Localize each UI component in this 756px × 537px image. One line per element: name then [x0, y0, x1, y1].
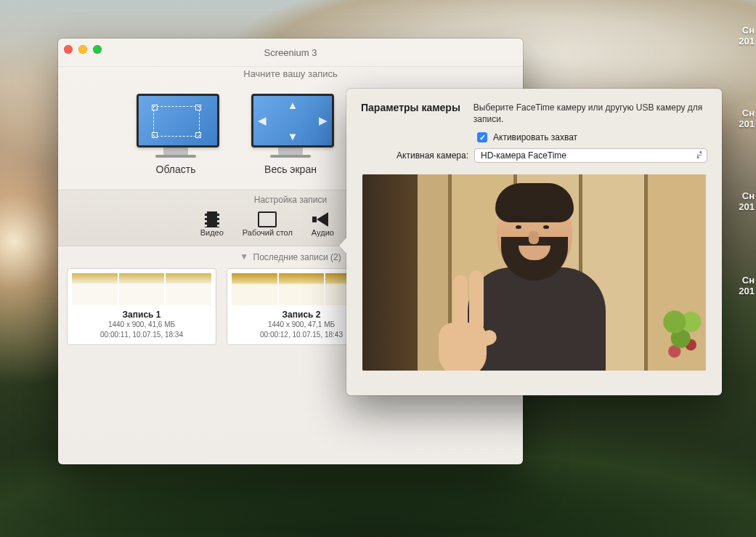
- recording-meta: 1440 x 900, 41,6 МБ: [72, 320, 211, 330]
- recording-meta: 00:00:11, 10.07.15, 18:34: [72, 330, 211, 340]
- recent-header-label: Последние записи (2): [253, 252, 341, 262]
- camera-preview: [362, 174, 706, 371]
- tab-desktop[interactable]: Рабочий стол: [240, 209, 296, 238]
- window-subtitle: Начните вашу запись: [58, 68, 523, 79]
- plant-icon: [662, 302, 703, 368]
- person-figure: [426, 180, 643, 369]
- desktop-icon: [258, 211, 277, 228]
- minimize-icon[interactable]: [78, 45, 87, 54]
- zoom-icon[interactable]: [93, 45, 102, 54]
- activate-capture-checkbox[interactable]: ✓: [477, 132, 487, 142]
- tab-video[interactable]: Видео: [198, 209, 227, 238]
- desktop-file-label: Сн201: [739, 190, 756, 212]
- disclosure-triangle-icon: ▼: [240, 251, 248, 262]
- film-icon: [203, 211, 221, 228]
- monitor-icon: [137, 94, 215, 158]
- mode-area-label: Область: [156, 163, 196, 175]
- tab-desktop-label: Рабочий стол: [243, 228, 293, 237]
- thumbnail-strip: [72, 273, 211, 305]
- close-icon[interactable]: [64, 45, 73, 54]
- mode-area[interactable]: Область: [137, 94, 215, 175]
- desktop-file-label: Сн201: [739, 25, 756, 47]
- popover-description: Выберите FaceTime камеру или другую USB …: [473, 102, 707, 125]
- activate-capture-label: Активировать захват: [493, 132, 577, 142]
- tab-video-label: Видео: [200, 228, 224, 237]
- popover-title: Параметры камеры: [361, 102, 460, 113]
- mode-fullscreen-label: Весь экран: [264, 163, 317, 175]
- window-controls: [64, 45, 102, 54]
- camera-settings-popover: Параметры камеры Выберите FaceTime камер…: [346, 89, 722, 395]
- speaker-icon: [313, 211, 332, 228]
- titlebar[interactable]: Screenium 3: [58, 39, 523, 67]
- desktop-file-label: Сн201: [739, 275, 756, 296]
- mode-fullscreen[interactable]: ▲▼ ◀▶ Весь экран: [251, 94, 330, 175]
- recording-title: Запись 1: [72, 310, 211, 320]
- active-camera-label: Активная камера:: [361, 150, 468, 161]
- active-camera-select[interactable]: HD-камера FaceTime: [474, 148, 707, 163]
- monitor-icon: ▲▼ ◀▶: [251, 94, 330, 158]
- desktop-file-label: Сн201: [739, 108, 756, 129]
- recording-item[interactable]: Запись 1 1440 x 900, 41,6 МБ 00:00:11, 1…: [67, 268, 216, 345]
- window-title: Screenium 3: [264, 47, 317, 58]
- active-camera-value: HD-камера FaceTime: [481, 150, 566, 161]
- tab-audio-label: Аудио: [312, 228, 334, 237]
- tab-audio[interactable]: Аудио: [309, 209, 337, 238]
